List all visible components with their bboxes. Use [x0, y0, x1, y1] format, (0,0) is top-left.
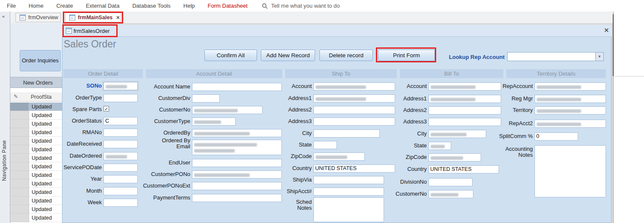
- field-label-sched-notes: Sched Notes: [288, 199, 312, 211]
- field-accounting-notes-textarea[interactable]: [535, 145, 606, 197]
- row-selector[interactable]: [10, 171, 29, 179]
- ribbon-tab-create[interactable]: Create: [56, 3, 73, 9]
- row-selector[interactable]: [10, 162, 29, 171]
- redacted-value: [194, 173, 250, 177]
- close-icon[interactable]: ✕: [116, 15, 120, 21]
- document-tab-frmmainsales[interactable]: frmMainSales✕: [65, 13, 121, 22]
- field-zipcode[interactable]: [428, 153, 481, 161]
- redacted-value: [106, 155, 127, 158]
- field-divisionno[interactable]: [428, 178, 473, 186]
- row-selector[interactable]: [10, 179, 29, 188]
- field-label-customerponoext: CustomerPONoExt: [135, 183, 190, 189]
- field-week[interactable]: [103, 199, 138, 207]
- field-splitcomm[interactable]: 0: [535, 132, 578, 141]
- field-month[interactable]: [103, 187, 138, 195]
- field-orderstatus[interactable]: C: [103, 117, 138, 125]
- ribbon-tab-help[interactable]: Help: [183, 3, 195, 9]
- ribbon-tab-external-data[interactable]: External Data: [86, 3, 120, 9]
- field-label-address3: Address3: [256, 118, 312, 124]
- field-customerdiv[interactable]: [192, 94, 220, 103]
- field-sched-notes-textarea[interactable]: [313, 197, 384, 222]
- field-zipcode[interactable]: [313, 153, 365, 161]
- field-label-splitcomm: SplitComm %: [477, 133, 533, 139]
- page-title: Sales Order: [64, 38, 116, 50]
- field-paymentterms[interactable]: [192, 194, 282, 202]
- field-label-shipvia: ShipVia: [256, 177, 312, 183]
- field-servicepodate[interactable]: [103, 164, 138, 172]
- field-label-month: Month: [46, 188, 102, 194]
- redacted-value: [431, 156, 463, 160]
- field-label-address1: Address1: [371, 96, 427, 102]
- chevron-down-icon[interactable]: ▼: [595, 53, 603, 61]
- field-customertype[interactable]: [192, 117, 236, 126]
- form-title-bar: [62, 25, 612, 37]
- row-selector[interactable]: [10, 154, 29, 162]
- field-datereceived[interactable]: [103, 140, 138, 148]
- ribbon-tab-home[interactable]: Home: [29, 3, 44, 9]
- field-dateordered[interactable]: [103, 152, 138, 160]
- row-selector[interactable]: [10, 145, 29, 154]
- field-city[interactable]: [313, 129, 380, 138]
- print-form-button[interactable]: Print Form: [378, 50, 435, 61]
- field-label-account-name: Account Name: [135, 84, 190, 90]
- row-selector[interactable]: [10, 188, 29, 197]
- redacted-value: [537, 123, 581, 126]
- order-inquiries-button[interactable]: Order Inquiries: [20, 50, 61, 71]
- form-icon: [20, 15, 26, 21]
- field-label-orderedby: OrderedBy: [135, 130, 190, 136]
- list-item[interactable]: Updated: [29, 214, 62, 222]
- field-state[interactable]: [313, 141, 337, 149]
- row-selector[interactable]: [10, 120, 29, 128]
- field-repacct2[interactable]: [535, 120, 606, 128]
- add-new-record-button[interactable]: Add New Record: [261, 50, 315, 61]
- row-selector[interactable]: [10, 197, 29, 205]
- field-state[interactable]: [428, 142, 451, 150]
- row-selector[interactable]: [10, 111, 29, 120]
- field-customerno[interactable]: [192, 106, 263, 114]
- nav-pane-collapse-icon[interactable]: «: [2, 14, 5, 19]
- field-label-spare-parts: Spare Parts: [46, 106, 102, 112]
- field-rmano[interactable]: [103, 129, 138, 137]
- redacted-value: [537, 109, 581, 113]
- ribbon-tab-form-datasheet[interactable]: Form Datasheet: [208, 3, 248, 9]
- field-reg-mgr[interactable]: [535, 95, 606, 103]
- delete-record-button[interactable]: Delete record: [319, 50, 373, 61]
- field-country[interactable]: UNITED STATES: [428, 165, 499, 173]
- field-label-state: State: [371, 143, 427, 149]
- field-sono[interactable]: [103, 82, 138, 90]
- field-year[interactable]: [103, 175, 138, 183]
- redacted-value: [316, 97, 366, 101]
- spare-parts-checkbox[interactable]: ✓: [103, 106, 109, 112]
- field-ordertype[interactable]: [103, 94, 138, 102]
- field-label-state: State: [256, 142, 312, 148]
- ribbon-tab-file[interactable]: File: [7, 3, 16, 9]
- field-label-datereceived: DateReceived: [46, 141, 102, 147]
- field-label-customerno: CustomerNo: [371, 191, 427, 197]
- field-label-city: City: [256, 130, 312, 136]
- row-selector[interactable]: [10, 137, 29, 145]
- row-selector[interactable]: [10, 103, 29, 111]
- field-customerno[interactable]: [428, 190, 473, 198]
- redacted-value: [194, 109, 238, 112]
- confirm-all-button[interactable]: Confirm All: [204, 50, 257, 61]
- row-selector[interactable]: [10, 128, 29, 137]
- field-label-orderstatus: OrderStatus: [46, 118, 102, 124]
- ribbon-tab-database-tools[interactable]: Database Tools: [132, 3, 170, 9]
- tell-me-search[interactable]: Tell me what you want to do: [262, 0, 340, 12]
- lookup-rep-account-combobox[interactable]: ▼: [507, 52, 604, 61]
- field-label-territory: Territory: [477, 107, 533, 113]
- row-selector[interactable]: [10, 205, 29, 214]
- lookup-rep-account-label: Lookup Rep Account: [445, 54, 505, 60]
- navigation-pane-collapsed[interactable]: [0, 12, 10, 223]
- field-label-ordertype: OrderType: [46, 95, 102, 101]
- redacted-value: [106, 85, 127, 88]
- list-item[interactable]: Updated: [29, 205, 62, 214]
- row-selector[interactable]: [10, 214, 29, 222]
- close-icon[interactable]: ✕: [604, 26, 609, 34]
- pencil-icon: ✎: [14, 94, 18, 100]
- redacted-value: [431, 98, 476, 101]
- field-repaccount[interactable]: [535, 82, 606, 91]
- document-tab-frmoverview[interactable]: frmOverview: [15, 13, 61, 22]
- field-label-account: Account: [371, 83, 427, 89]
- field-territory[interactable]: [535, 106, 606, 114]
